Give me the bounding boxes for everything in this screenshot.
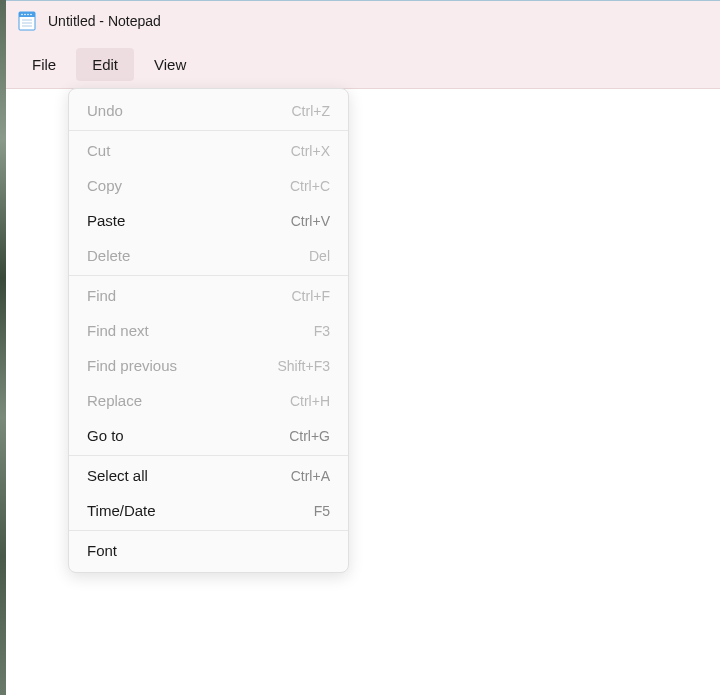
- menu-go-to-shortcut: Ctrl+G: [289, 428, 330, 444]
- menu-copy-label: Copy: [87, 177, 122, 194]
- menu-find-next-label: Find next: [87, 322, 149, 339]
- menu-paste[interactable]: Paste Ctrl+V: [69, 203, 348, 238]
- menu-separator: [69, 130, 348, 131]
- menubar: File Edit View: [6, 41, 720, 89]
- editor-area[interactable]: Undo Ctrl+Z Cut Ctrl+X Copy Ctrl+C Paste…: [6, 89, 720, 695]
- menu-file-label: File: [32, 56, 56, 73]
- menu-replace-shortcut: Ctrl+H: [290, 393, 330, 409]
- menu-cut[interactable]: Cut Ctrl+X: [69, 133, 348, 168]
- menu-time-date-shortcut: F5: [314, 503, 330, 519]
- edit-dropdown: Undo Ctrl+Z Cut Ctrl+X Copy Ctrl+C Paste…: [68, 88, 349, 573]
- menu-edit-label: Edit: [92, 56, 118, 73]
- menu-separator: [69, 455, 348, 456]
- menu-paste-label: Paste: [87, 212, 125, 229]
- svg-point-2: [21, 14, 23, 16]
- menu-find-previous-label: Find previous: [87, 357, 177, 374]
- window-title: Untitled - Notepad: [48, 13, 161, 29]
- menu-replace-label: Replace: [87, 392, 142, 409]
- menu-replace[interactable]: Replace Ctrl+H: [69, 383, 348, 418]
- menu-find-label: Find: [87, 287, 116, 304]
- menu-delete[interactable]: Delete Del: [69, 238, 348, 273]
- menu-find[interactable]: Find Ctrl+F: [69, 278, 348, 313]
- menu-font-label: Font: [87, 542, 117, 559]
- menu-separator: [69, 530, 348, 531]
- menu-undo[interactable]: Undo Ctrl+Z: [69, 93, 348, 128]
- menu-separator: [69, 275, 348, 276]
- menu-find-shortcut: Ctrl+F: [292, 288, 331, 304]
- menu-delete-label: Delete: [87, 247, 130, 264]
- svg-point-4: [27, 14, 29, 16]
- menu-time-date-label: Time/Date: [87, 502, 156, 519]
- menu-copy-shortcut: Ctrl+C: [290, 178, 330, 194]
- menu-select-all[interactable]: Select all Ctrl+A: [69, 458, 348, 493]
- menu-go-to-label: Go to: [87, 427, 124, 444]
- menu-find-next[interactable]: Find next F3: [69, 313, 348, 348]
- menu-undo-shortcut: Ctrl+Z: [292, 103, 331, 119]
- svg-point-3: [24, 14, 26, 16]
- menu-find-next-shortcut: F3: [314, 323, 330, 339]
- menu-edit[interactable]: Edit: [76, 48, 134, 81]
- menu-font[interactable]: Font: [69, 533, 348, 568]
- svg-point-5: [30, 14, 32, 16]
- menu-paste-shortcut: Ctrl+V: [291, 213, 330, 229]
- menu-select-all-label: Select all: [87, 467, 148, 484]
- menu-cut-shortcut: Ctrl+X: [291, 143, 330, 159]
- menu-copy[interactable]: Copy Ctrl+C: [69, 168, 348, 203]
- menu-find-previous[interactable]: Find previous Shift+F3: [69, 348, 348, 383]
- menu-select-all-shortcut: Ctrl+A: [291, 468, 330, 484]
- menu-go-to[interactable]: Go to Ctrl+G: [69, 418, 348, 453]
- menu-view[interactable]: View: [138, 48, 202, 81]
- menu-time-date[interactable]: Time/Date F5: [69, 493, 348, 528]
- menu-delete-shortcut: Del: [309, 248, 330, 264]
- titlebar[interactable]: Untitled - Notepad: [6, 1, 720, 41]
- menu-file[interactable]: File: [16, 48, 72, 81]
- menu-cut-label: Cut: [87, 142, 110, 159]
- menu-undo-label: Undo: [87, 102, 123, 119]
- menu-find-previous-shortcut: Shift+F3: [277, 358, 330, 374]
- notepad-icon: [18, 11, 36, 31]
- menu-view-label: View: [154, 56, 186, 73]
- notepad-window: Untitled - Notepad File Edit View Undo C…: [6, 0, 720, 695]
